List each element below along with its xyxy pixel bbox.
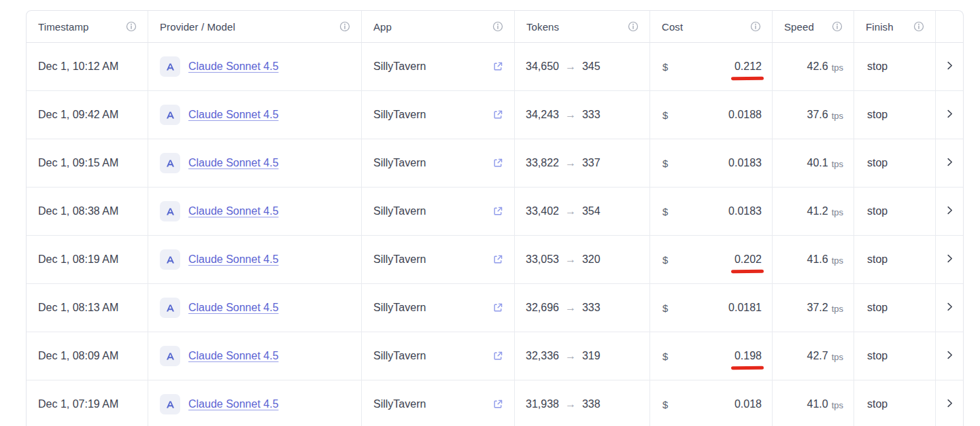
cost-value: 0.018 [734, 398, 762, 410]
currency-symbol: $ [662, 351, 668, 362]
row-expand-cell[interactable] [936, 332, 963, 380]
external-link-icon[interactable] [492, 109, 503, 120]
chevron-right-icon [945, 60, 955, 73]
row-expand-cell[interactable] [936, 380, 963, 426]
table-row[interactable]: Dec 1, 09:15 AM Claude Sonnet 4.5 SillyT… [27, 139, 963, 188]
external-link-icon[interactable] [492, 158, 503, 168]
completion-tokens: 319 [582, 350, 601, 362]
info-icon[interactable] [628, 21, 639, 32]
model-link[interactable]: Claude Sonnet 4.5 [188, 253, 279, 266]
currency-symbol: $ [662, 206, 668, 217]
prompt-tokens: 34,650 [526, 60, 559, 73]
external-link-icon[interactable] [492, 351, 503, 361]
chevron-right-icon [945, 109, 955, 122]
speed-value: 41.6 [807, 253, 828, 266]
arrow-right-icon: → [565, 109, 576, 121]
col-label-speed: Speed [784, 21, 814, 33]
finish-cell: stop [854, 139, 936, 187]
model-link[interactable]: Claude Sonnet 4.5 [188, 205, 279, 217]
model-link[interactable]: Claude Sonnet 4.5 [188, 157, 279, 169]
anthropic-logo-icon [160, 105, 180, 125]
external-link-icon[interactable] [492, 399, 503, 410]
table-row[interactable]: Dec 1, 08:09 AM Claude Sonnet 4.5 SillyT… [27, 332, 963, 380]
app-cell: SillyTavern [362, 139, 515, 187]
prompt-tokens: 33,402 [526, 205, 559, 217]
speed-cell: 41.6 tps [773, 236, 854, 283]
anthropic-logo-icon [160, 249, 180, 270]
model-link[interactable]: Claude Sonnet 4.5 [188, 350, 279, 362]
model-cell: Claude Sonnet 4.5 [148, 332, 362, 380]
info-icon[interactable] [913, 21, 924, 32]
chevron-right-icon [945, 205, 955, 218]
row-expand-cell[interactable] [936, 43, 963, 90]
arrow-right-icon: → [565, 157, 576, 169]
info-icon[interactable] [750, 21, 761, 32]
model-link[interactable]: Claude Sonnet 4.5 [188, 109, 279, 121]
anthropic-logo-icon [160, 298, 180, 318]
row-expand-cell[interactable] [936, 139, 963, 187]
timestamp-text: Dec 1, 08:13 AM [38, 302, 118, 314]
info-icon[interactable] [339, 21, 350, 32]
col-header-tokens: Tokens [515, 11, 650, 42]
model-link[interactable]: Claude Sonnet 4.5 [188, 302, 279, 314]
model-cell: Claude Sonnet 4.5 [148, 380, 362, 426]
speed-cell: 37.6 tps [773, 91, 854, 139]
external-link-icon[interactable] [492, 302, 503, 313]
anthropic-logo-icon [160, 394, 180, 414]
cost-cell: $ 0.212 [650, 43, 773, 90]
model-cell: Claude Sonnet 4.5 [148, 188, 362, 235]
info-icon[interactable] [492, 21, 503, 32]
tokens-cell: 34,243 → 333 [515, 91, 650, 139]
info-icon[interactable] [126, 21, 137, 32]
finish-reason: stop [867, 253, 888, 266]
timestamp-cell: Dec 1, 07:19 AM [27, 380, 148, 426]
info-icon[interactable] [832, 21, 843, 32]
speed-value: 42.7 [807, 350, 828, 362]
anthropic-logo-icon [160, 346, 180, 366]
col-header-cost: Cost [650, 11, 773, 42]
row-expand-cell[interactable] [936, 236, 963, 283]
speed-value: 37.2 [807, 302, 828, 314]
currency-symbol: $ [662, 254, 668, 266]
table-row[interactable]: Dec 1, 07:19 AM Claude Sonnet 4.5 SillyT… [27, 380, 963, 426]
speed-unit: tps [832, 111, 843, 121]
col-header-app: App [362, 11, 515, 42]
app-cell: SillyTavern [362, 284, 515, 332]
table-row[interactable]: Dec 1, 10:12 AM Claude Sonnet 4.5 SillyT… [27, 43, 963, 91]
speed-unit: tps [832, 159, 843, 169]
table-body: Dec 1, 10:12 AM Claude Sonnet 4.5 SillyT… [27, 43, 963, 426]
anthropic-logo-icon [160, 56, 180, 77]
external-link-icon[interactable] [492, 61, 503, 72]
completion-tokens: 338 [582, 398, 601, 410]
table-row[interactable]: Dec 1, 08:13 AM Claude Sonnet 4.5 SillyT… [27, 284, 963, 332]
model-cell: Claude Sonnet 4.5 [148, 91, 362, 139]
timestamp-text: Dec 1, 07:19 AM [38, 398, 118, 410]
app-cell: SillyTavern [362, 380, 515, 426]
app-name: SillyTavern [373, 253, 426, 266]
app-name: SillyTavern [373, 302, 426, 314]
table-row[interactable]: Dec 1, 08:19 AM Claude Sonnet 4.5 SillyT… [27, 236, 963, 284]
timestamp-text: Dec 1, 09:15 AM [38, 157, 118, 169]
col-label-cost: Cost [662, 21, 683, 33]
finish-reason: stop [867, 302, 888, 314]
model-link[interactable]: Claude Sonnet 4.5 [188, 398, 279, 410]
finish-cell: stop [854, 284, 936, 332]
row-expand-cell[interactable] [936, 284, 963, 332]
row-expand-cell[interactable] [936, 91, 963, 139]
finish-cell: stop [854, 188, 936, 235]
speed-value: 42.6 [807, 60, 828, 73]
table-row[interactable]: Dec 1, 09:42 AM Claude Sonnet 4.5 SillyT… [27, 91, 963, 139]
row-expand-cell[interactable] [936, 188, 963, 235]
chevron-right-icon [945, 302, 955, 315]
cost-cell: $ 0.0181 [650, 284, 773, 332]
col-label-timestamp: Timestamp [38, 21, 89, 33]
prompt-tokens: 32,696 [526, 302, 559, 314]
model-link[interactable]: Claude Sonnet 4.5 [188, 60, 279, 73]
external-link-icon[interactable] [492, 206, 503, 217]
cost-cell: $ 0.0188 [650, 91, 773, 139]
timestamp-cell: Dec 1, 10:12 AM [27, 43, 148, 90]
finish-cell: stop [854, 43, 936, 90]
table-row[interactable]: Dec 1, 08:38 AM Claude Sonnet 4.5 SillyT… [27, 188, 963, 236]
external-link-icon[interactable] [492, 254, 503, 265]
anthropic-logo-icon [160, 153, 180, 173]
